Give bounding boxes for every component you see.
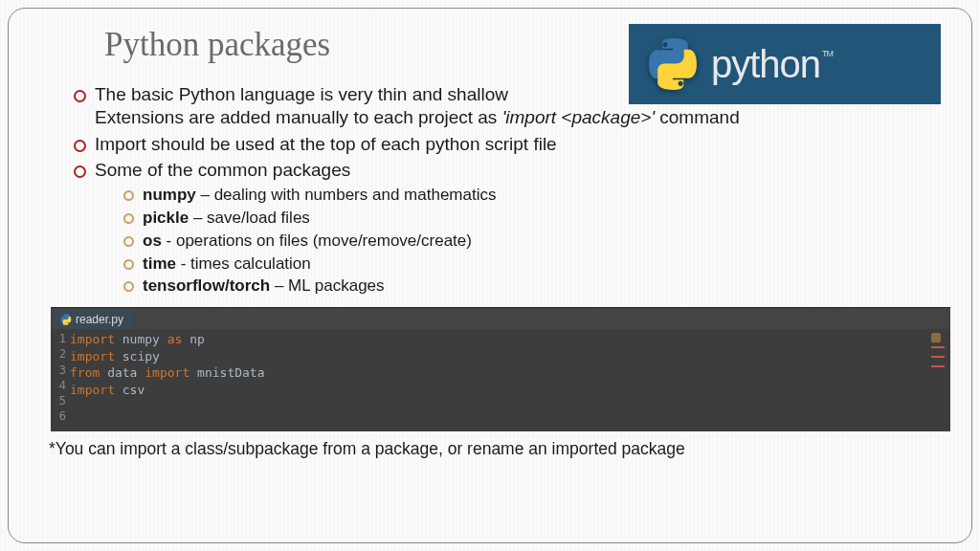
- line-num: 2: [51, 346, 66, 362]
- pkg-desc: save/load files: [207, 209, 310, 227]
- sep: –: [270, 276, 288, 295]
- pkg-name: tensorflow/torch: [143, 276, 270, 295]
- editor-markers: [931, 333, 945, 375]
- text: Some of the common packages: [95, 160, 350, 180]
- pkg-name: numpy: [143, 186, 196, 204]
- main-bullet-list: The basic Python language is very thin a…: [74, 83, 933, 298]
- list-item: numpy – dealing with numbers and mathema…: [123, 184, 933, 207]
- bullet-import-top: Import should be used at the top of each…: [74, 133, 933, 156]
- text: The basic Python language is very thin a…: [95, 84, 508, 104]
- pkg-desc: times calculation: [190, 254, 311, 273]
- code-text: import numpy as np import scipy from dat…: [70, 331, 950, 424]
- list-item: tensorflow/torch – ML packages: [123, 275, 933, 298]
- line-num: 1: [51, 331, 66, 346]
- bullet-intro: The basic Python language is very thin a…: [74, 83, 933, 130]
- python-file-icon: [60, 314, 72, 325]
- line-num: 6: [51, 408, 66, 424]
- pkg-name: pickle: [143, 209, 189, 227]
- error-marker-icon: [931, 356, 945, 358]
- sep: –: [189, 209, 207, 227]
- error-marker-icon: [931, 346, 945, 348]
- footnote-text: *You can import a class/subpackage from …: [49, 439, 933, 459]
- list-item: time - times calculation: [123, 253, 933, 276]
- editor-tabbar: reader.py: [51, 308, 950, 329]
- warning-marker-icon: [931, 333, 941, 342]
- list-item: os - operations on files (move/remove/cr…: [123, 230, 933, 253]
- sep: -: [176, 254, 190, 273]
- pkg-desc: operations on files (move/remove/create): [176, 231, 472, 250]
- slide-frame: Python packages pythonTM The basic Pytho…: [8, 8, 972, 543]
- pkg-name: time: [143, 254, 176, 273]
- tab-filename: reader.py: [76, 313, 123, 326]
- wordmark-text: python: [711, 43, 820, 85]
- code-body: 1 2 3 4 5 6 import numpy as np import sc…: [51, 329, 950, 431]
- pkg-desc: ML packages: [288, 276, 384, 295]
- pkg-desc: dealing with numbers and mathematics: [214, 186, 497, 204]
- bullet-common-packages: Some of the common packages numpy – deal…: [74, 159, 933, 298]
- tm-mark: TM: [822, 49, 833, 58]
- list-item: pickle – save/load files: [123, 207, 933, 230]
- slide-title: Python packages: [104, 26, 330, 64]
- line-num: 3: [51, 363, 66, 378]
- sep: –: [196, 186, 214, 204]
- error-marker-icon: [931, 365, 945, 367]
- python-wordmark: pythonTM: [711, 43, 831, 86]
- pkg-name: os: [143, 231, 162, 250]
- line-num: 4: [51, 378, 66, 393]
- editor-tab: reader.py: [55, 310, 133, 329]
- sep: -: [162, 231, 176, 250]
- package-list: numpy – dealing with numbers and mathema…: [123, 184, 933, 298]
- text: Extensions are added manually to each pr…: [95, 107, 502, 127]
- line-gutter: 1 2 3 4 5 6: [51, 331, 70, 424]
- text-italic: 'import <package>': [502, 107, 655, 127]
- code-editor-screenshot: reader.py 1 2 3 4 5 6 import numpy as np…: [51, 307, 950, 431]
- line-num: 5: [51, 393, 66, 408]
- text: command: [655, 107, 740, 127]
